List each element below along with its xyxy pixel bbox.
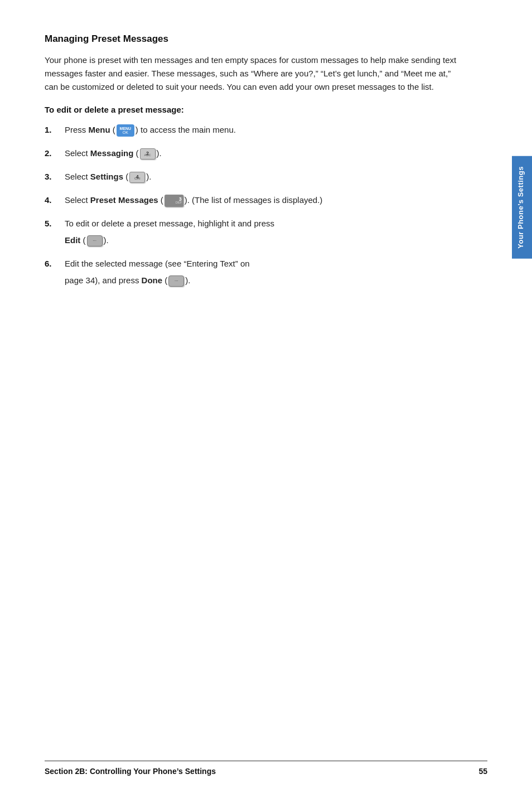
main-content: Managing Preset Messages Your phone is p… [45,33,460,287]
section-title: Managing Preset Messages [45,33,460,45]
step-2: 2. Select Messaging (). [45,147,460,160]
step-4-number: 4. [45,194,65,207]
step-4-content: Select Preset Messages (). (The list of … [65,194,460,207]
step-5-number: 5. [45,217,65,230]
step-1-content: Press Menu () to access the main menu. [65,123,460,137]
menu-key-icon [117,124,134,137]
footer: Section 2B: Controlling Your Phone’s Set… [45,761,487,776]
softkey-edit-icon [87,235,103,246]
step-4-bold: Preset Messages [90,195,158,205]
step-5-subline: Edit (). [65,234,460,247]
step-1-number: 1. [45,123,65,137]
step-3-number: 3. [45,170,65,183]
step-3-bold: Settings [90,172,123,181]
step-6-number: 6. [45,257,65,270]
footer-left: Section 2B: Controlling Your Phone’s Set… [45,767,216,776]
softkey-done-icon [168,275,184,287]
step-3: 3. Select Settings (). [45,170,460,183]
key-4-icon [129,172,145,183]
steps-list: 1. Press Menu () to access the main menu… [45,123,460,287]
step-6: 6. Edit the selected message (see “Enter… [45,257,460,287]
step-2-number: 2. [45,147,65,160]
step-6-done-bold: Done [142,275,163,285]
step-2-content: Select Messaging (). [65,147,460,160]
step-5-edit-bold: Edit [65,235,80,245]
step-1-bold: Menu [89,125,110,134]
step-5: 5. To edit or delete a preset message, h… [45,217,460,247]
step-5-content: To edit or delete a preset message, high… [65,217,460,247]
intro-text: Your phone is preset with ten messages a… [45,54,460,94]
step-6-content: Edit the selected message (see “Entering… [65,257,460,287]
instruction-label: To edit or delete a preset message: [45,105,460,114]
step-6-subline: page 34), and press Done (). [65,274,460,287]
page-container: Managing Preset Messages Your phone is p… [0,0,532,798]
side-tab: Your Phone’s Settings [512,156,532,259]
footer-right: 55 [478,767,487,776]
key-3-icon [165,195,183,207]
step-4: 4. Select Preset Messages (). (The list … [45,194,460,207]
step-3-content: Select Settings (). [65,170,460,183]
step-1: 1. Press Menu () to access the main menu… [45,123,460,137]
key-2-icon [140,148,156,159]
step-2-bold: Messaging [90,148,134,158]
